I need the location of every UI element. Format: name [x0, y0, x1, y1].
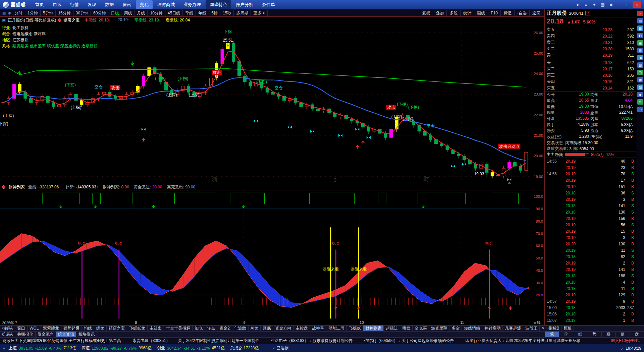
news-item[interactable]: 印度行业协会负责人：印度2025/26年度对进口量可能增至创纪录 [466, 338, 581, 344]
indicator-tab-波段王[interactable]: 波段王 [523, 326, 540, 331]
indicator-tab->[interactable]: > [540, 326, 546, 331]
order-queue-row[interactable]: 卖五20.23207 [545, 26, 636, 33]
indicator-tab-双紫缠龙[interactable]: 双紫缠龙 [41, 326, 61, 331]
menu-item-资讯[interactable]: 资讯 [118, 0, 135, 9]
news-item[interactable]: 永贵电器（300351）：：关于2022年限制性股票激励计划第一类限制性 [132, 338, 260, 344]
period-周线[interactable]: 周线 [121, 10, 135, 16]
info-tab-扩展A[interactable]: 扩展A [0, 332, 15, 337]
news-item[interactable]: 财政压力下英国拟增发90亿英镑国债 全年发行规模或创史上第二高 [3, 338, 121, 344]
indicator-tab-主进出[interactable]: 主进出 [148, 326, 164, 331]
strip-panel-icon-10[interactable]: ▨ [637, 84, 643, 90]
indicator-tab-神针启动[interactable]: 神针启动 [482, 326, 503, 331]
action-叠加[interactable]: 叠加 [433, 10, 446, 16]
strip-panel-icon-8[interactable]: ◫ [637, 70, 643, 75]
tick-row[interactable]: 15:0720.181B [545, 317, 636, 324]
news-f10-link[interactable]: 图文F10例连枝... [611, 338, 641, 344]
period-60分钟[interactable]: 60分钟 [91, 10, 108, 16]
tools-icon[interactable]: + [591, 1, 598, 8]
order-queue-row[interactable]: 卖一20.19311 [545, 52, 636, 58]
strip-panel-icon-11[interactable]: ■ [637, 92, 643, 97]
period-多周期[interactable]: 多周期 [234, 10, 251, 16]
info-tab-关联报价[interactable]: 关联报价 [15, 332, 36, 337]
menu-item-国盛特色[interactable]: 国盛特色 [206, 0, 231, 9]
action-统计[interactable]: 统计 [460, 10, 474, 16]
message-icon[interactable]: ● [574, 1, 581, 8]
action-多股[interactable]: 多股 [446, 10, 460, 16]
menu-item-业务办理[interactable]: 业务办理 [179, 0, 205, 9]
status-app-icon[interactable]: ● [3, 346, 5, 351]
indicator-tab-短线情绪[interactable]: 短线情绪 [462, 326, 482, 331]
strip-panel-icon-12[interactable]: □ [637, 99, 643, 105]
indicator-tab-财神到家[interactable]: 财神到家 [363, 326, 384, 331]
period-5分钟[interactable]: 5分钟 [41, 10, 56, 16]
quote-tab-盘[interactable]: 盘 [630, 332, 644, 337]
tick-row[interactable]: 15:0020.182033237 [545, 304, 636, 311]
strip-panel-icon-5[interactable]: ▥ [637, 48, 643, 53]
indicator-tab-均线[interactable]: 均线 [82, 326, 94, 331]
menu-item-条件单[interactable]: 条件单 [258, 0, 279, 9]
maximize-button[interactable]: □ [624, 1, 632, 8]
index-name-上证[interactable]: 上证 [9, 345, 17, 351]
indicator-name[interactable]: 财神到家 [9, 184, 25, 190]
index-name-创业[interactable]: 创业 [157, 345, 165, 351]
tick-row[interactable]: 20.1836S [545, 190, 636, 196]
index-name-深证[interactable]: 深证 [82, 345, 90, 351]
close-button[interactable]: × [633, 1, 641, 8]
news-item[interactable]: 生益电子（688183）：股东减持股份计划公告 [271, 338, 353, 344]
stock-tag-value[interactable]: 锂电池概念 新材料 [12, 32, 46, 36]
tick-row[interactable]: 20.1917B [545, 177, 636, 183]
tick-row[interactable]: 20.19129B [545, 292, 636, 298]
strip-panel-icon-6[interactable]: ◨ [637, 55, 643, 60]
period-月线[interactable]: 月线 [135, 10, 148, 16]
menu-item-交易[interactable]: 交易 [136, 0, 153, 9]
indicator-tab-指标A[interactable]: 指标A [0, 326, 15, 331]
indicator-tab-游资里翔[interactable]: 游资里翔 [429, 326, 449, 331]
strip-panel-icon-4[interactable]: ▣ [637, 40, 643, 46]
indicator-tab-AI龙[interactable]: AI龙 [249, 326, 261, 331]
info-tab-综合资讯[interactable]: 综合资讯 [56, 332, 76, 337]
action-返回[interactable]: 返回 [529, 10, 543, 16]
indicator-tab-动能二号[interactable]: 动能二号 [326, 326, 347, 331]
speaker-icon[interactable]: ♪ [621, 346, 623, 351]
indicator-tab-资金2[interactable]: 资金2 [217, 326, 232, 331]
menu-item-发现[interactable]: 发现 [84, 0, 100, 9]
quote-tab-笔[interactable]: 笔 [545, 332, 559, 337]
order-queue-row[interactable]: 卖三20.21310 [545, 39, 636, 46]
period-15分钟[interactable]: 15分钟 [56, 10, 73, 16]
menu-item-理财商城[interactable]: 理财商城 [153, 0, 179, 9]
period-30分钟[interactable]: 30分钟 [73, 10, 91, 16]
period-15秒[interactable]: 15秒 [220, 10, 234, 16]
tick-row[interactable]: 20.1923B [545, 164, 636, 171]
tick-row[interactable]: 20.19151B [545, 183, 636, 190]
indicator-tab-资金方向[interactable]: 资金方向 [273, 326, 293, 331]
strip-close-icon[interactable]: × [637, 11, 643, 16]
tick-row[interactable]: 20.184B [545, 279, 636, 285]
tick-row[interactable]: 20.18188S [545, 273, 636, 279]
tick-row[interactable]: 20.193B [545, 196, 636, 202]
strip-panel-icon-7[interactable]: ▧ [637, 62, 643, 68]
strip-panel-icon-13[interactable]: ▭ [637, 107, 643, 112]
info-tab-资金流向[interactable]: 资金流向 [36, 332, 56, 337]
period-更多 >[interactable]: 更多 > [251, 10, 267, 16]
indicator-tab-主控盘[interactable]: 主控盘 [293, 326, 310, 331]
strip-panel-icon-2[interactable]: ▦ [637, 25, 643, 31]
strip-panel-icon-3[interactable]: ◧ [637, 33, 643, 38]
tick-row[interactable]: 20.1811S [545, 285, 636, 292]
action-复权[interactable]: 复权 [419, 10, 433, 16]
order-queue-row[interactable]: 买三20.16205 [545, 72, 636, 78]
order-queue-row[interactable]: 买二20.17153 [545, 66, 636, 72]
order-queue-row[interactable]: 买一20.18642 [545, 59, 636, 66]
menu-icon[interactable]: ≡ [582, 1, 590, 8]
tick-row[interactable]: 15:0620.182B [545, 311, 636, 317]
quote-tab-联[interactable]: 联 [602, 332, 616, 337]
menu-item-行情[interactable]: 行情 [66, 0, 83, 9]
indicator-tab-模板[interactable]: 模板 [561, 326, 574, 331]
news-item[interactable]: 伯特利（603596）：关于公司提起诉讼事项的公告 [364, 338, 454, 344]
tick-row[interactable]: 20.20130B [545, 241, 636, 247]
indicator-tab-凡客起爆[interactable]: 凡客起爆 [503, 326, 523, 331]
strip-panel-icon-9[interactable]: ▩ [637, 77, 643, 82]
indicator-tab-超级进[interactable]: 超级进 [384, 326, 400, 331]
period-45日线[interactable]: 45日线 [165, 10, 183, 16]
order-queue-row[interactable]: 买五20.14162 [545, 85, 636, 91]
action--自选[interactable]: -自选 [514, 10, 529, 16]
